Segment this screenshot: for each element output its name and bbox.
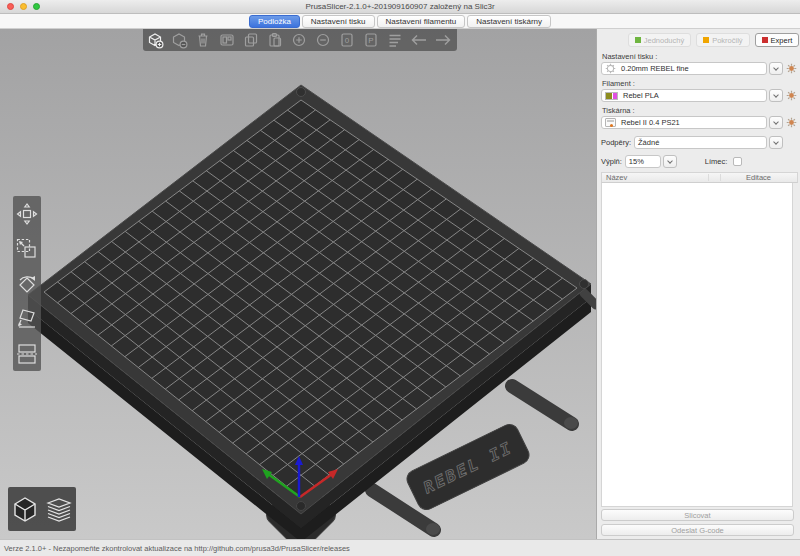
gear-icon bbox=[786, 90, 797, 101]
remove-instance-button[interactable] bbox=[311, 29, 335, 51]
column-editing: Editace bbox=[746, 173, 771, 182]
chevron-down-icon bbox=[773, 65, 779, 71]
infill-dropdown-button[interactable] bbox=[663, 155, 677, 168]
cut-gizmo-button[interactable] bbox=[13, 336, 41, 371]
svg-text:0: 0 bbox=[345, 36, 350, 45]
tab-printer-settings[interactable]: Nastavení tiskárny bbox=[467, 15, 551, 28]
mode-simple-button[interactable]: Jednoduchý bbox=[628, 33, 691, 47]
preview-layers-icon bbox=[45, 494, 73, 524]
printer-label: Tiskárna : bbox=[602, 106, 798, 115]
printer-combo[interactable]: Rebel II 0.4 PS21 bbox=[601, 116, 767, 129]
column-divider bbox=[720, 174, 721, 181]
supports-label: Podpěry: bbox=[601, 138, 631, 147]
move-gizmo-button[interactable] bbox=[13, 196, 41, 231]
filament-combo[interactable]: Rebel PLA bbox=[601, 89, 767, 102]
main-tab-bar: Podložka Nastavení tisku Nastavení filam… bbox=[0, 14, 800, 29]
split-to-objects-button[interactable]: 0 bbox=[335, 29, 359, 51]
add-object-button[interactable] bbox=[143, 29, 167, 51]
svg-text:P: P bbox=[368, 36, 373, 45]
window-title: PrusaSlicer-2.1.0+-201909160907 založený… bbox=[0, 0, 800, 13]
column-divider bbox=[708, 174, 709, 181]
print-settings-dropdown-button[interactable] bbox=[769, 62, 783, 75]
chevron-down-icon bbox=[667, 158, 673, 164]
delete-all-button[interactable] bbox=[191, 29, 215, 51]
print-settings-value: 0.20mm REBEL fine bbox=[621, 64, 689, 73]
redo-button[interactable] bbox=[431, 29, 455, 51]
status-text: Verze 2.1.0+ - Nezapomeňte zkontrolovat … bbox=[0, 544, 350, 553]
tab-plater[interactable]: Podložka bbox=[249, 15, 300, 28]
gizmo-toolbar bbox=[13, 196, 41, 371]
column-name: Název bbox=[606, 173, 627, 182]
printer-icon bbox=[605, 118, 616, 127]
print-bed-scene: REBEL II bbox=[0, 29, 597, 539]
view-mode-toolbar bbox=[8, 487, 76, 531]
mode-expert-button[interactable]: Expert bbox=[755, 33, 800, 47]
printer-dropdown-button[interactable] bbox=[769, 116, 783, 129]
object-list[interactable] bbox=[601, 183, 793, 507]
infill-value: 15% bbox=[629, 157, 644, 166]
redo-arrow-icon bbox=[433, 31, 453, 49]
remove-icon bbox=[170, 31, 188, 49]
tab-filament-settings[interactable]: Nastavení filamentu bbox=[377, 15, 466, 28]
preview-sliced-view-button[interactable] bbox=[42, 487, 76, 531]
3d-viewport[interactable]: REBEL II bbox=[0, 29, 597, 539]
slice-button[interactable]: Slicovat bbox=[601, 509, 794, 521]
remove-object-button[interactable] bbox=[167, 29, 191, 51]
paste-button[interactable] bbox=[263, 29, 287, 51]
split-parts-icon: P bbox=[362, 31, 380, 49]
chevron-down-icon bbox=[773, 139, 779, 145]
send-gcode-button[interactable]: Odeslat G-code bbox=[601, 524, 794, 536]
plus-circle-icon bbox=[290, 31, 308, 49]
tab-print-settings[interactable]: Nastavení tisku bbox=[302, 15, 375, 28]
mode-advanced-button[interactable]: Pokročilý bbox=[696, 33, 749, 47]
trash-icon bbox=[194, 31, 212, 49]
object-list-header: Název Editace bbox=[601, 172, 798, 183]
filament-value: Rebel PLA bbox=[623, 91, 659, 100]
supports-dropdown-button[interactable] bbox=[769, 136, 783, 149]
cut-icon bbox=[15, 341, 39, 367]
filament-color-swatch bbox=[605, 92, 618, 100]
layer-editing-icon bbox=[386, 31, 404, 49]
undo-button[interactable] bbox=[407, 29, 431, 51]
advanced-mode-color-square bbox=[703, 37, 709, 43]
filament-dropdown-button[interactable] bbox=[769, 89, 783, 102]
copy-icon bbox=[242, 31, 260, 49]
mode-selector: Jednoduchý Pokročilý Expert bbox=[629, 33, 798, 47]
3d-editor-view-icon bbox=[11, 494, 39, 524]
status-bar: Verze 2.1.0+ - Nezapomeňte zkontrolovat … bbox=[0, 539, 800, 556]
layer-editing-button[interactable] bbox=[383, 29, 407, 51]
place-on-face-gizmo-button[interactable] bbox=[13, 301, 41, 336]
printer-value: Rebel II 0.4 PS21 bbox=[621, 118, 680, 127]
undo-arrow-icon bbox=[409, 31, 429, 49]
split-objects-icon: 0 bbox=[338, 31, 356, 49]
print-settings-combo[interactable]: 0.20mm REBEL fine bbox=[601, 62, 767, 75]
rotate-gizmo-button[interactable] bbox=[13, 266, 41, 301]
add-icon bbox=[146, 31, 164, 49]
brim-label: Límec: bbox=[705, 157, 728, 166]
print-profile-icon bbox=[605, 63, 616, 74]
filament-label: Filament : bbox=[602, 79, 798, 88]
viewport-top-toolbar: 0 P bbox=[143, 29, 457, 51]
copy-button[interactable] bbox=[239, 29, 263, 51]
arrange-button[interactable] bbox=[215, 29, 239, 51]
printer-edit-button[interactable] bbox=[785, 117, 798, 128]
supports-value: Žádné bbox=[638, 138, 659, 147]
chevron-down-icon bbox=[773, 119, 779, 125]
add-instance-button[interactable] bbox=[287, 29, 311, 51]
move-icon bbox=[15, 201, 39, 227]
3d-editor-view-button[interactable] bbox=[8, 487, 42, 531]
scale-icon bbox=[15, 236, 39, 262]
chevron-down-icon bbox=[773, 92, 779, 98]
infill-label: Výplň: bbox=[601, 157, 622, 166]
split-to-parts-button[interactable]: P bbox=[359, 29, 383, 51]
supports-combo[interactable]: Žádné bbox=[634, 136, 767, 149]
title-bar: PrusaSlicer-2.1.0+-201909160907 založený… bbox=[0, 0, 800, 14]
scale-gizmo-button[interactable] bbox=[13, 231, 41, 266]
infill-combo[interactable]: 15% bbox=[625, 155, 661, 168]
gear-icon bbox=[786, 117, 797, 128]
rotate-icon bbox=[15, 271, 39, 297]
paste-icon bbox=[266, 31, 284, 49]
filament-edit-button[interactable] bbox=[785, 90, 798, 101]
print-settings-edit-button[interactable] bbox=[785, 63, 798, 74]
brim-checkbox[interactable] bbox=[733, 157, 742, 166]
